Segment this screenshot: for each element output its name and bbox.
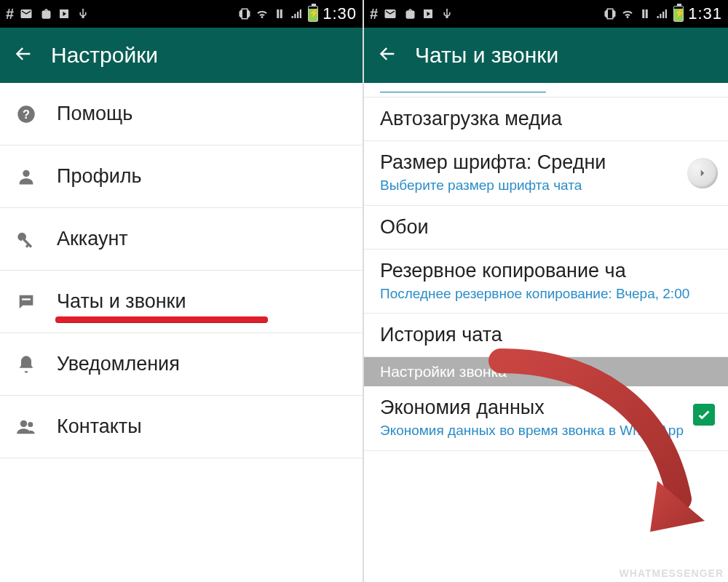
settings-item-profile[interactable]: Профиль	[0, 146, 363, 208]
svg-text:?: ?	[23, 107, 30, 120]
item-label: Профиль	[57, 165, 142, 188]
item-data-saving[interactable]: Экономия данных Экономия данных во время…	[364, 386, 728, 451]
hash-icon: #	[6, 6, 14, 23]
settings-item-help[interactable]: ? Помощь	[0, 83, 363, 146]
settings-item-notifications[interactable]: Уведомления	[0, 333, 363, 396]
item-label: Чаты и звонки	[57, 290, 186, 313]
battery-icon: ⚡	[308, 6, 318, 22]
item-title: Обои	[380, 216, 712, 239]
clock: 1:30	[323, 4, 357, 23]
back-button[interactable]	[377, 44, 397, 67]
help-icon: ?	[15, 104, 38, 124]
mail-icon	[384, 7, 397, 20]
item-title: Размер шрифта: Средни	[380, 151, 712, 174]
app-bar: Чаты и звонки	[364, 28, 728, 83]
item-title: Резервное копирование ча	[380, 260, 712, 282]
page-title: Чаты и звонки	[415, 43, 558, 68]
people-icon	[15, 417, 38, 437]
chats-screen: # ⚡ 1:31 Чаты и звонки ————————————	[364, 0, 728, 582]
watermark: WHATMESSENGER	[620, 567, 724, 579]
usb-icon	[440, 7, 454, 20]
key-icon	[15, 229, 38, 250]
item-title: История чата	[380, 324, 712, 346]
data-icon	[638, 7, 652, 20]
svg-rect-3	[22, 298, 31, 300]
mail-icon	[20, 7, 33, 20]
svg-point-2	[23, 170, 29, 176]
svg-point-5	[28, 422, 33, 427]
item-label: Контакты	[57, 415, 142, 438]
settings-item-chats[interactable]: Чаты и звонки	[0, 271, 363, 333]
chat-icon	[15, 292, 38, 312]
battery-icon: ⚡	[673, 6, 684, 22]
item-auto-media[interactable]: Автозагрузка медиа	[364, 97, 728, 141]
vibrate-icon	[604, 7, 617, 20]
annotation-underline	[55, 316, 268, 322]
wifi-icon	[621, 7, 634, 20]
item-history[interactable]: История чата	[364, 314, 728, 357]
item-subtitle: Экономия данных во время звонка в WhatsA…	[380, 422, 712, 440]
usb-icon	[76, 7, 90, 20]
item-title: Автозагрузка медиа	[380, 108, 712, 130]
settings-screen: # ⚡ 1:30 Настройки ?	[0, 0, 364, 582]
item-label: Аккаунт	[57, 228, 128, 250]
item-wallpaper[interactable]: Обои	[364, 206, 728, 250]
bag-icon	[39, 7, 52, 20]
app-bar: Настройки	[0, 28, 363, 83]
svg-point-4	[20, 420, 27, 426]
item-title: Экономия данных	[380, 396, 712, 419]
clock: 1:31	[688, 4, 722, 23]
item-subtitle: Выберите размер шрифта чата	[380, 177, 712, 195]
wifi-icon	[256, 7, 269, 20]
item-label: Помощь	[57, 103, 132, 125]
settings-item-contacts[interactable]: Контакты	[0, 396, 363, 458]
chat-settings-list: Автозагрузка медиа Размер шрифта: Средни…	[364, 97, 728, 451]
bag-icon	[403, 7, 416, 20]
section-header: Настройки звонка	[364, 357, 728, 386]
data-icon	[273, 7, 286, 20]
play-icon	[58, 7, 71, 20]
play-icon	[422, 7, 435, 20]
chevron-right-icon[interactable]	[687, 158, 718, 188]
settings-item-account[interactable]: Аккаунт	[0, 208, 363, 271]
signal-icon	[290, 7, 304, 20]
signal-icon	[656, 7, 669, 20]
item-label: Уведомления	[57, 353, 180, 375]
item-backup[interactable]: Резервное копирование ча Последнее резер…	[364, 250, 728, 314]
back-button[interactable]	[13, 44, 33, 67]
status-bar: # ⚡ 1:30	[0, 0, 363, 28]
status-bar: # ⚡ 1:31	[364, 0, 728, 28]
vibrate-icon	[238, 7, 251, 20]
partial-item: ————————————	[364, 83, 728, 97]
item-subtitle: Последнее резервное копирование: Вчера, …	[380, 285, 712, 303]
settings-list: ? Помощь Профиль Аккаунт Чаты и звонки У…	[0, 83, 363, 458]
checkbox-data-saving[interactable]	[693, 404, 715, 426]
page-title: Настройки	[51, 43, 158, 68]
person-icon	[15, 167, 38, 187]
bell-icon	[15, 354, 38, 375]
item-font-size[interactable]: Размер шрифта: Средни Выберите размер шр…	[364, 141, 728, 206]
hash-icon: #	[370, 6, 378, 23]
